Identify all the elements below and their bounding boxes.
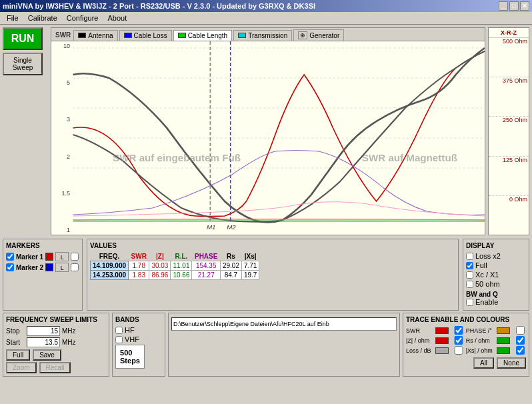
title-bar: miniVNA by IW3HEV & IW3IJZ - 2 Port - RS… bbox=[0, 0, 532, 12]
display-panel: DISPLAY Loss x2 Full Xc / X1 50 ohm BW a… bbox=[463, 239, 529, 311]
cable-length-color bbox=[178, 33, 186, 38]
marker2-label: Marker 2 bbox=[16, 264, 43, 271]
hf-checkbox[interactable] bbox=[115, 327, 123, 334]
tab-antenna-label: Antenna bbox=[88, 32, 113, 39]
run-button[interactable]: RUN bbox=[3, 27, 43, 50]
all-button[interactable]: All bbox=[473, 357, 494, 369]
save-button[interactable]: Save bbox=[33, 349, 61, 361]
marker2-checkbox2[interactable] bbox=[71, 263, 79, 271]
trace-rs-label: Rs / ohm bbox=[466, 337, 496, 344]
trace-swr-label: SWR bbox=[406, 327, 434, 334]
display-title: DISPLAY bbox=[466, 242, 526, 249]
right-axis-panel: X-R-Z 500 Ohm 375 Ohm 250 Ohm 125 Ohm 0 … bbox=[488, 27, 529, 235]
freq-sweep-title: FREQUENCY SWEEP LIMITS bbox=[6, 316, 106, 323]
display-loss-x2-checkbox[interactable] bbox=[466, 253, 473, 260]
row2-freq: 14.253.000 bbox=[91, 271, 129, 280]
close-button[interactable]: ✕ bbox=[520, 1, 529, 11]
start-input[interactable] bbox=[27, 337, 60, 347]
row2-swr: 1.83 bbox=[129, 271, 149, 280]
display-50ohm-row: 50 ohm bbox=[466, 280, 526, 288]
marker1-l: L bbox=[55, 252, 69, 261]
maximize-button[interactable]: □ bbox=[509, 1, 519, 11]
markers-panel: MARKERS Marker 1 L Marker 2 L bbox=[3, 239, 83, 311]
bw-enable-label: Enable bbox=[475, 298, 498, 306]
trace-swr-color[interactable] bbox=[435, 327, 449, 334]
values-table: FREQ. SWR |Z| R.L. PHASE Rs |Xs| 14.109.… bbox=[90, 252, 259, 280]
trace-loss-label: Loss / dB bbox=[406, 347, 434, 354]
tab-generator-label: Generator bbox=[309, 32, 339, 39]
marker1-color bbox=[45, 253, 53, 261]
marker1-checkbox[interactable] bbox=[6, 253, 14, 261]
display-full-checkbox[interactable] bbox=[466, 262, 473, 269]
trace-phase-checkbox[interactable] bbox=[515, 326, 526, 335]
bw-enable-checkbox[interactable] bbox=[466, 299, 473, 306]
row2-z: 86.96 bbox=[149, 271, 171, 280]
marker2-l: L bbox=[55, 263, 69, 272]
cable-loss-color bbox=[124, 33, 132, 38]
generator-icon: ⊕ bbox=[298, 31, 307, 39]
swr-tab-label: SWR bbox=[53, 31, 73, 39]
menu-configure[interactable]: Configure bbox=[63, 13, 103, 23]
svg-text:M1: M1 bbox=[207, 224, 216, 231]
window-title: miniVNA by IW3HEV & IW3IJZ - 2 Port - RS… bbox=[3, 2, 315, 10]
right-scale-125: 125 Ohm bbox=[489, 157, 529, 196]
stop-input[interactable] bbox=[27, 326, 60, 336]
trace-z-checkbox[interactable] bbox=[453, 336, 464, 345]
tab-cable-loss-label: Cable Loss bbox=[134, 32, 167, 39]
marker1-row: Marker 1 L bbox=[6, 252, 79, 261]
col-rs: Rs bbox=[220, 252, 241, 261]
trace-loss-color[interactable] bbox=[435, 347, 449, 354]
tab-cable-loss[interactable]: Cable Loss bbox=[119, 30, 172, 41]
display-50ohm-checkbox[interactable] bbox=[466, 281, 473, 288]
tab-cable-length[interactable]: Cable Length bbox=[173, 30, 233, 41]
vhf-row: VHF bbox=[115, 335, 162, 343]
col-xs: |Xs| bbox=[241, 252, 259, 261]
tab-transmission[interactable]: Transmission bbox=[233, 30, 292, 41]
row1-xs: 7.71 bbox=[241, 261, 259, 271]
tab-antenna[interactable]: Antenna bbox=[73, 30, 117, 41]
none-button[interactable]: None bbox=[497, 357, 526, 369]
trace-rs-color[interactable] bbox=[497, 337, 510, 344]
marker1-checkbox2[interactable] bbox=[71, 253, 79, 261]
right-axis-label: X-R-Z bbox=[489, 28, 529, 38]
top-section: RUN SingleSweep SWR Antenna Cable Loss C… bbox=[3, 27, 529, 235]
right-scale-500: 500 Ohm bbox=[489, 38, 529, 77]
right-scale-250: 250 Ohm bbox=[489, 117, 529, 156]
row1-phase: 154.35 bbox=[192, 261, 220, 271]
display-50ohm-label: 50 ohm bbox=[475, 280, 500, 288]
main-content: RUN SingleSweep SWR Antenna Cable Loss C… bbox=[0, 25, 532, 379]
vhf-checkbox[interactable] bbox=[115, 336, 123, 343]
stop-label: Stop bbox=[6, 327, 25, 335]
minimize-button[interactable]: _ bbox=[499, 1, 508, 11]
marker2-checkbox[interactable] bbox=[6, 263, 14, 271]
menu-file[interactable]: File bbox=[3, 13, 23, 23]
menu-calibrate[interactable]: Calibrate bbox=[24, 13, 61, 23]
display-xc-checkbox[interactable] bbox=[466, 271, 473, 279]
freq-sweep-panel: FREQUENCY SWEEP LIMITS Stop MHz Start MH… bbox=[3, 313, 109, 377]
trace-phase-color[interactable] bbox=[497, 327, 510, 334]
recall-button[interactable]: Recall bbox=[39, 362, 71, 373]
antenna-color bbox=[78, 33, 86, 38]
trace-rs-checkbox[interactable] bbox=[515, 336, 526, 345]
bottom-bar: FREQUENCY SWEEP LIMITS Stop MHz Start MH… bbox=[3, 313, 529, 377]
trace-xs-color[interactable] bbox=[497, 347, 510, 354]
trace-swr-checkbox[interactable] bbox=[453, 326, 464, 335]
marker2-row: Marker 2 L bbox=[6, 263, 79, 272]
all-none-row: All None bbox=[406, 357, 526, 369]
display-xc-row: Xc / X1 bbox=[466, 271, 526, 279]
trace-z-color[interactable] bbox=[435, 337, 449, 344]
trace-xs-checkbox[interactable] bbox=[515, 346, 526, 355]
row2-phase: 21.27 bbox=[192, 271, 220, 280]
chart-svg: M1 M2 SWR auf eingebautem Fuß SWR auf Ma… bbox=[51, 41, 485, 235]
zoom-button[interactable]: Zoom bbox=[6, 362, 37, 373]
bw-enable-row: Enable bbox=[466, 298, 526, 306]
trace-loss-checkbox[interactable] bbox=[453, 346, 464, 355]
tab-generator[interactable]: ⊕ Generator bbox=[293, 29, 344, 41]
middle-section: MARKERS Marker 1 L Marker 2 L VALUES bbox=[3, 239, 529, 311]
right-scale-375: 375 Ohm bbox=[489, 77, 529, 117]
right-scale-0: 0 Ohm bbox=[489, 196, 529, 235]
trace-grid: SWR PHASE /° |Z| / ohm Rs / ohm Loss / d… bbox=[406, 326, 526, 355]
menu-about[interactable]: About bbox=[103, 13, 131, 23]
single-sweep-button[interactable]: SingleSweep bbox=[3, 53, 43, 75]
full-button[interactable]: Full bbox=[6, 349, 30, 361]
